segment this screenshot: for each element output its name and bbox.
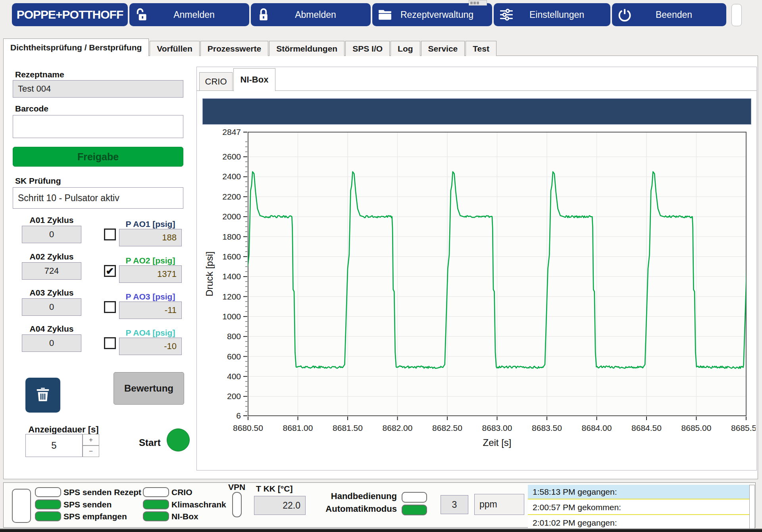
tab-dichtheitspruefung[interactable]: Dichtheitsprüfung / Berstprüfung	[3, 38, 149, 56]
barcode-label: Barcode	[15, 104, 48, 113]
bewertung-button[interactable]: Bewertung	[114, 372, 184, 405]
sk-pruefung-field: Schritt 10 - Pulsator aktiv	[13, 187, 183, 209]
company-logo-text: POPPE+POTTHOFF	[17, 8, 123, 21]
ppm-value-field: 3	[441, 495, 468, 514]
chart-header-bar	[202, 98, 751, 125]
company-logo: POPPE+POTTHOFF	[12, 3, 128, 26]
sps-senden-rezept-led	[35, 487, 61, 497]
freigabe-button[interactable]: Freigabe	[13, 147, 183, 167]
chart-tab-crio[interactable]: CRIO	[199, 72, 233, 91]
a02-zyklus-label: A02 Zyklus	[22, 252, 81, 261]
svg-text:8681.50: 8681.50	[333, 423, 363, 432]
anmelden-label: Anmelden	[155, 10, 249, 20]
sps-empfangen-led	[35, 511, 61, 521]
log-row: 1:58:13 PM gegangen:	[528, 485, 749, 499]
svg-text:8681.00: 8681.00	[283, 423, 313, 432]
svg-text:800: 800	[227, 332, 241, 341]
svg-text:2000: 2000	[222, 212, 241, 221]
svg-text:2200: 2200	[222, 192, 241, 201]
svg-text:2847: 2847	[222, 127, 241, 136]
collapsed-button[interactable]	[731, 4, 742, 26]
tab-prozesswerte[interactable]: Prozesswerte	[200, 41, 268, 56]
pressure-chart: 6200400600800100012001400160018002000220…	[198, 127, 756, 456]
svg-text:600: 600	[227, 352, 241, 361]
anmelden-button[interactable]: Anmelden	[129, 3, 249, 26]
beenden-button[interactable]: Beenden	[612, 3, 726, 26]
handbedienung-led	[402, 492, 427, 503]
start-led-button[interactable]	[167, 428, 190, 451]
svg-text:2400: 2400	[222, 172, 241, 181]
ao2-checkbox[interactable]: ✔	[104, 265, 116, 277]
svg-text:8682.00: 8682.00	[383, 423, 413, 432]
anzeigedauer-stepper: + −	[83, 434, 99, 457]
p-ao1-label: P AO1 [psig]	[119, 219, 182, 229]
tab-test[interactable]: Test	[466, 41, 496, 56]
rezeptverwaltung-label: Rezeptverwaltung	[398, 10, 492, 20]
svg-text:200: 200	[227, 392, 241, 401]
sps-empfangen-label: SPS empfangen	[64, 512, 127, 521]
a02-zyklus-value: 724	[22, 262, 81, 280]
window-artifact	[469, 0, 487, 6]
p-ao4-label: P AO4 [psig]	[119, 328, 182, 338]
svg-text:2600: 2600	[222, 152, 241, 161]
log-row: 2:00:57 PM gekommen:	[528, 500, 749, 515]
a01-zyklus-value: 0	[22, 226, 81, 243]
p-ao4-value: -10	[119, 338, 182, 355]
rezeptverwaltung-button[interactable]: Rezeptverwaltung	[372, 3, 492, 26]
tab-service[interactable]: Service	[421, 41, 465, 56]
anzeigedauer-label: Anzeigedauer [s]	[24, 424, 103, 435]
einstellungen-button[interactable]: Einstellungen	[494, 3, 610, 26]
automatikmodus-label: Automatikmodus	[319, 504, 397, 514]
stepper-increment-button[interactable]: +	[83, 434, 99, 446]
chart-tab-nibox[interactable]: NI-Box	[233, 68, 275, 91]
stepper-decrement-button[interactable]: −	[83, 446, 99, 457]
tab-vorfuellen[interactable]: Vorfüllen	[150, 41, 199, 56]
ao1-checkbox[interactable]	[104, 229, 116, 240]
ao4-checkbox[interactable]	[104, 337, 116, 349]
p-ao3-value: -11	[119, 302, 182, 319]
sliders-icon	[494, 7, 519, 22]
svg-text:6: 6	[236, 411, 241, 420]
p-ao2-value: 1371	[119, 265, 182, 283]
tab-sps-io[interactable]: SPS I/O	[345, 41, 390, 56]
einstellungen-label: Einstellungen	[519, 10, 610, 20]
a03-zyklus-label: A03 Zyklus	[22, 288, 81, 298]
master-status-led	[12, 489, 31, 523]
p-ao2-label: P AO2 [psig]	[119, 256, 182, 265]
anzeigedauer-input[interactable]: 5	[25, 434, 83, 457]
sps-senden-label: SPS senden	[64, 500, 112, 509]
klimaschrank-label: Klimaschrank	[171, 500, 226, 509]
abmelden-label: Abmelden	[276, 10, 371, 20]
svg-text:8685.00: 8685.00	[681, 423, 712, 432]
window-bottom-edge	[0, 528, 762, 532]
klimaschrank-led	[143, 499, 169, 509]
tab-log[interactable]: Log	[391, 41, 420, 56]
a01-zyklus-label: A01 Zyklus	[22, 215, 81, 225]
svg-text:400: 400	[227, 372, 241, 381]
svg-text:8683.50: 8683.50	[532, 423, 562, 432]
unlock-icon	[129, 8, 155, 22]
abmelden-button[interactable]: Abmelden	[251, 3, 371, 26]
vpn-label: VPN	[228, 482, 245, 492]
crio-label: CRIO	[171, 488, 192, 497]
crio-led	[143, 487, 169, 497]
a03-zyklus-value: 0	[22, 298, 81, 316]
ao3-checkbox[interactable]	[104, 301, 116, 313]
tab-stoermeldungen[interactable]: Störmeldungen	[269, 41, 344, 56]
svg-text:8684.50: 8684.50	[631, 423, 662, 432]
power-icon	[612, 8, 637, 22]
automatikmodus-led	[402, 505, 427, 515]
delete-button[interactable]	[25, 378, 60, 413]
svg-text:1800: 1800	[222, 232, 241, 241]
svg-text:8683.00: 8683.00	[482, 423, 512, 432]
log-scrollbar[interactable]	[749, 485, 755, 530]
sps-senden-led	[35, 499, 61, 509]
p-ao1-value: 188	[119, 229, 182, 246]
tkk-value-field: 22.0	[254, 496, 306, 515]
barcode-input[interactable]	[13, 115, 183, 138]
ppm-unit-field: ppm	[474, 494, 524, 515]
svg-text:8685.50: 8685.50	[731, 423, 756, 432]
nibox-label: NI-Box	[171, 512, 198, 521]
vpn-led	[232, 492, 242, 517]
chart-tabline	[196, 90, 757, 91]
